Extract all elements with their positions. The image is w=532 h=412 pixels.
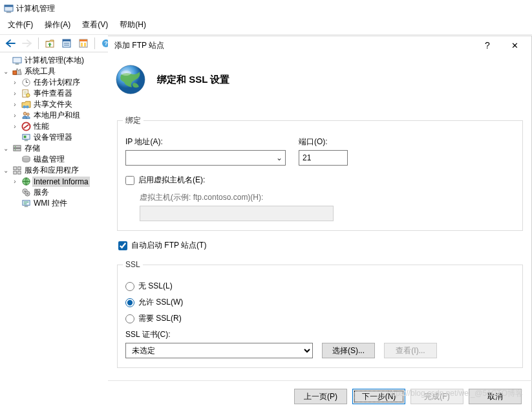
tree-tasksched[interactable]: ›任务计划程序 (1, 77, 115, 88)
ssl-cert-select[interactable]: 未选定 (125, 343, 313, 358)
tree-perf[interactable]: ›性能 (1, 121, 115, 132)
svg-rect-27 (23, 136, 26, 138)
tree-eventviewer[interactable]: ›事件查看器 (1, 88, 115, 99)
add-ftp-site-dialog: 添加 FTP 站点 ? 绑定和 SSL 设置 绑定 IP 地址(A): (108, 36, 532, 412)
dialog-header: 绑定和 SSL 设置 (108, 54, 532, 115)
svg-rect-10 (81, 43, 83, 47)
up-button[interactable] (42, 36, 58, 50)
svg-rect-43 (23, 202, 28, 202)
tree-services-apps[interactable]: ⌄服务和应用程序 (1, 165, 115, 176)
svg-point-19 (26, 94, 30, 98)
svg-point-41 (27, 193, 28, 194)
virtual-host-label: 虚拟主机(示例: ftp.contoso.com)(H): (140, 193, 263, 202)
tree-pane: ▾计算机管理(本地) ⌄系统工具 ›任务计划程序 ›事件查看器 ›共享文件夹 ›… (0, 52, 117, 412)
autostart-checkbox[interactable] (118, 241, 127, 250)
svg-rect-45 (24, 206, 28, 207)
dialog-titlebar: 添加 FTP 站点 ? (108, 36, 532, 54)
svg-point-40 (24, 190, 25, 191)
dialog-heading: 绑定和 SSL 设置 (157, 74, 229, 86)
toolbar-separator-2 (94, 38, 95, 49)
virtual-host-input (140, 206, 334, 221)
svg-rect-28 (13, 146, 20, 148)
svg-rect-15 (15, 63, 19, 65)
back-button[interactable] (3, 36, 18, 50)
tree-localusers[interactable]: ›本地用户和组 (1, 110, 115, 121)
svg-rect-6 (64, 43, 69, 44)
ssl-require-radio[interactable] (125, 314, 134, 323)
svg-rect-33 (13, 167, 16, 170)
app-titlebar: 计算机管理 (0, 0, 532, 17)
svg-text:?: ? (104, 40, 108, 47)
refresh-button[interactable] (76, 36, 91, 50)
svg-rect-16 (12, 71, 16, 75)
autostart-label: 自动启动 FTP 站点(T) (131, 240, 206, 251)
svg-rect-1 (5, 5, 13, 6)
tree-systools[interactable]: ⌄系统工具 (1, 66, 115, 77)
svg-rect-29 (13, 149, 20, 151)
tree-root[interactable]: ▾计算机管理(本地) (1, 55, 115, 66)
tree-wmi[interactable]: ›WMI 控件 (1, 198, 115, 209)
cancel-button[interactable]: 取消 (469, 389, 522, 404)
tree-devmgr[interactable]: ›设备管理器 (1, 132, 115, 143)
chevron-down-icon[interactable]: ⌄ (273, 151, 285, 165)
svg-rect-7 (64, 45, 69, 46)
svg-point-47 (121, 70, 131, 76)
ssl-none-label: 无 SSL(L) (138, 281, 173, 292)
menu-view[interactable]: 查看(V) (77, 18, 113, 32)
tree-services[interactable]: ›服务 (1, 187, 115, 198)
dialog-title: 添加 FTP 站点 (114, 40, 164, 51)
svg-rect-11 (84, 43, 86, 47)
menu-help[interactable]: 帮助(H) (114, 18, 151, 32)
dialog-footer: 上一页(P) 下一步(N) 完成(F) 取消 (108, 380, 532, 412)
svg-rect-36 (17, 171, 21, 174)
binding-legend: 绑定 (123, 115, 144, 126)
ip-address-label: IP 地址(A): (125, 136, 286, 147)
globe-icon (114, 63, 147, 96)
svg-rect-26 (24, 140, 28, 141)
enable-virtual-host-label: 启用虚拟主机名(E): (138, 175, 205, 186)
prev-button[interactable]: 上一页(P) (294, 389, 347, 404)
help-button-icon[interactable]: ? (474, 37, 501, 54)
close-icon[interactable] (501, 37, 528, 54)
svg-rect-9 (80, 39, 87, 41)
enable-virtual-host-checkbox[interactable] (125, 176, 134, 185)
menu-action[interactable]: 操作(A) (39, 18, 76, 32)
port-label: 端口(O): (299, 136, 348, 147)
svg-rect-14 (12, 58, 21, 63)
svg-point-31 (14, 149, 16, 151)
svg-point-30 (14, 146, 16, 147)
ssl-require-label: 需要 SSL(R) (138, 313, 182, 324)
ssl-none-radio[interactable] (125, 282, 134, 291)
toolbar-separator (38, 38, 39, 49)
svg-rect-5 (63, 39, 70, 41)
ssl-allow-radio[interactable] (125, 298, 134, 307)
dialog-body: 绑定 IP 地址(A): ⌄ 端口(O): 启用虚拟主机名(E): (108, 115, 532, 380)
menu-file[interactable]: 文件(F) (3, 18, 38, 32)
next-button[interactable]: 下一步(N) (352, 389, 405, 404)
tree-shared[interactable]: ›共享文件夹 (1, 99, 115, 110)
svg-point-21 (26, 105, 29, 109)
forward-button (19, 36, 35, 50)
view-cert-button: 查看(I)... (384, 343, 437, 358)
tree-storage[interactable]: ⌄存储 (1, 143, 115, 154)
svg-rect-35 (13, 171, 16, 174)
ssl-allow-label: 允许 SSL(W) (138, 297, 183, 308)
binding-group: 绑定 IP 地址(A): ⌄ 端口(O): 启用虚拟主机名(E): (117, 115, 523, 231)
select-cert-button[interactable]: 选择(S)... (322, 343, 375, 358)
menubar: 文件(F) 操作(A) 查看(V) 帮助(H) (0, 17, 532, 34)
svg-point-23 (27, 113, 29, 116)
properties-button[interactable] (59, 36, 74, 50)
tree-iis[interactable]: ›Internet Informa (1, 176, 115, 187)
svg-rect-42 (22, 201, 29, 206)
svg-rect-44 (23, 204, 27, 204)
ip-address-input[interactable] (125, 150, 286, 166)
svg-point-22 (23, 112, 27, 115)
svg-rect-34 (17, 167, 21, 170)
finish-button: 完成(F) (410, 389, 463, 404)
ssl-group: SSL 无 SSL(L) 允许 SSL(W) 需要 SSL(R) SSL 证书(… (117, 260, 523, 368)
svg-point-20 (23, 105, 26, 109)
port-input[interactable] (299, 150, 348, 166)
tree-diskmgmt[interactable]: ›磁盘管理 (1, 154, 115, 165)
ssl-cert-label: SSL 证书(C): (125, 330, 171, 339)
app-icon (4, 4, 14, 14)
